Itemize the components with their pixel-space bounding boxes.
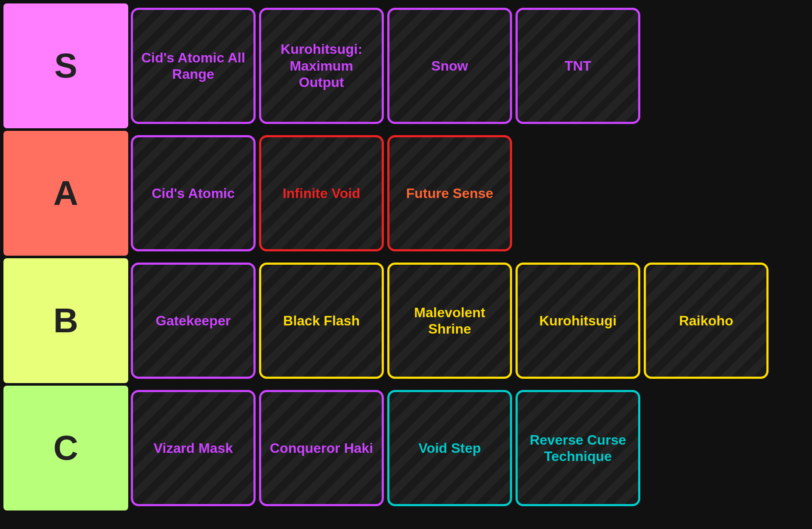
card-label-conqueror-haki: Conqueror Haki (270, 440, 373, 456)
tier-row-c: CVizard MaskConqueror HakiVoid StepRever… (3, 386, 809, 510)
card-infinite-void[interactable]: Infinite Void (259, 135, 384, 251)
card-future-sense[interactable]: Future Sense (387, 135, 512, 251)
card-cids-atomic[interactable]: Cid's Atomic (131, 135, 256, 251)
tier-label-c: C (3, 386, 128, 510)
card-label-void-step: Void Step (418, 440, 481, 456)
card-label-gatekeeper: Gatekeeper (156, 312, 231, 329)
card-label-black-flash: Black Flash (283, 312, 360, 329)
card-cids-atomic-all-range[interactable]: Cid's Atomic All Range (131, 8, 256, 124)
card-black-flash[interactable]: Black Flash (259, 263, 384, 379)
card-label-kurohitsugi: Kurohitsugi (539, 312, 617, 329)
card-label-malevolent-shrine: Malevolent Shrine (395, 304, 505, 337)
tier-items-a: Cid's AtomicInfinite VoidFuture Sense (131, 131, 809, 256)
card-label-vizard-mask: Vizard Mask (154, 440, 233, 456)
tier-label-s: S (3, 3, 128, 128)
card-gatekeeper[interactable]: Gatekeeper (131, 263, 256, 379)
card-tnt[interactable]: TNT (516, 8, 640, 124)
tier-row-s: SCid's Atomic All RangeKurohitsugi: Maxi… (3, 3, 809, 128)
card-label-cids-atomic: Cid's Atomic (151, 185, 235, 201)
card-malevolent-shrine[interactable]: Malevolent Shrine (387, 263, 512, 379)
tier-items-c: Vizard MaskConqueror HakiVoid StepRevers… (131, 386, 809, 510)
tier-row-a: ACid's AtomicInfinite VoidFuture Sense (3, 131, 809, 256)
card-snow[interactable]: Snow (387, 8, 512, 124)
card-label-snow: Snow (431, 58, 468, 74)
card-reverse-curse-technique[interactable]: Reverse Curse Technique (516, 390, 640, 506)
tier-list: SCid's Atomic All RangeKurohitsugi: Maxi… (0, 0, 812, 529)
card-label-raikoho: Raikoho (679, 312, 733, 329)
card-raikoho[interactable]: Raikoho (644, 263, 769, 379)
tier-label-a: A (3, 131, 128, 256)
card-void-step[interactable]: Void Step (387, 390, 512, 506)
tier-label-b: B (3, 258, 128, 383)
card-label-future-sense: Future Sense (406, 185, 494, 201)
tier-row-b: BGatekeeperBlack FlashMalevolent ShrineK… (3, 258, 809, 383)
tier-items-b: GatekeeperBlack FlashMalevolent ShrineKu… (131, 258, 809, 383)
card-label-tnt: TNT (565, 58, 591, 74)
card-label-kurohitsugi-maximum-output: Kurohitsugi: Maximum Output (266, 41, 377, 90)
card-kurohitsugi-maximum-output[interactable]: Kurohitsugi: Maximum Output (259, 8, 384, 124)
card-label-infinite-void: Infinite Void (283, 185, 361, 201)
card-conqueror-haki[interactable]: Conqueror Haki (259, 390, 384, 506)
tier-items-s: Cid's Atomic All RangeKurohitsugi: Maxim… (131, 3, 809, 128)
card-label-cids-atomic-all-range: Cid's Atomic All Range (138, 49, 248, 83)
card-label-reverse-curse-technique: Reverse Curse Technique (523, 432, 633, 465)
card-vizard-mask[interactable]: Vizard Mask (131, 390, 256, 506)
card-kurohitsugi[interactable]: Kurohitsugi (516, 263, 640, 379)
